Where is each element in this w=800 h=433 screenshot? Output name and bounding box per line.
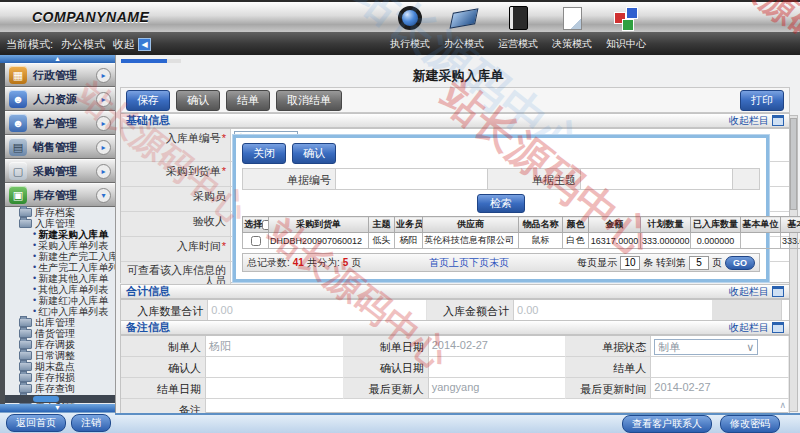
confirm-button[interactable]: 确认 bbox=[176, 90, 220, 111]
collapse-remark-button[interactable]: 收起栏目 bbox=[729, 321, 784, 335]
folder-icon bbox=[19, 329, 32, 338]
bullet-icon: • bbox=[33, 273, 36, 284]
notepad-icon bbox=[563, 7, 582, 30]
home-button[interactable]: 返回首页 bbox=[6, 414, 66, 432]
person-icon: ☻ bbox=[9, 90, 27, 108]
sidebar-item-sales[interactable]: ▤ 销售管理 ▸ bbox=[5, 135, 115, 159]
sidebar-scroll-down[interactable]: ▼ bbox=[0, 404, 115, 412]
tree-item-new-redflush-inbound[interactable]: •新建红冲入库单 bbox=[5, 295, 115, 306]
tab-decision-mode[interactable]: 决策模式 bbox=[545, 37, 599, 51]
section-basic-header: 基础信息 收起栏目 bbox=[120, 113, 790, 128]
tab-office-mode[interactable]: 办公模式 bbox=[437, 37, 491, 51]
dialog-confirm-button[interactable]: 确认 bbox=[292, 143, 336, 164]
confirm-date-value bbox=[429, 357, 567, 378]
operation-mode-button[interactable] bbox=[491, 4, 545, 32]
company-logo: COMPANYNAME bbox=[32, 9, 149, 25]
folder-icon bbox=[19, 373, 32, 382]
doc-status-select[interactable]: 制单∨ bbox=[654, 339, 758, 355]
sidebar-hscrollbar[interactable] bbox=[5, 395, 115, 403]
knowledge-center-button[interactable] bbox=[599, 4, 653, 32]
goto-page-input[interactable] bbox=[689, 256, 709, 270]
bottom-bar: 查看客户联系人 修改密码 bbox=[115, 413, 800, 433]
next-page-link[interactable]: 下页 bbox=[469, 257, 489, 268]
dialog-close-button[interactable]: 关闭 bbox=[242, 143, 286, 164]
toolbar: 保存 确认 结单 取消结单 打印 bbox=[120, 87, 790, 113]
chevron-right-icon: ▸ bbox=[96, 68, 111, 83]
current-mode-label: 当前模式: bbox=[6, 37, 53, 52]
change-password-button[interactable]: 修改密码 bbox=[720, 415, 780, 433]
folder-icon bbox=[19, 351, 32, 360]
doc-subject-input[interactable] bbox=[581, 169, 732, 189]
print-button[interactable]: 打印 bbox=[740, 90, 784, 111]
collapse-box-icon bbox=[772, 115, 784, 126]
sidebar-item-customer[interactable]: ☻ 客户管理 ▸ bbox=[5, 111, 115, 135]
execute-mode-button[interactable] bbox=[383, 4, 437, 32]
scrollbar-thumb[interactable] bbox=[790, 118, 797, 210]
chevron-right-icon: ▸ bbox=[96, 164, 111, 179]
finisher-value bbox=[651, 357, 789, 378]
bullet-icon: • bbox=[33, 240, 36, 251]
sidebar-item-hr[interactable]: ☻ 人力资源 ▸ bbox=[5, 87, 115, 111]
finish-button[interactable]: 结单 bbox=[226, 90, 270, 111]
office-mode-button[interactable] bbox=[437, 4, 491, 32]
go-button[interactable]: GO bbox=[725, 256, 755, 270]
scroll-up-icon[interactable]: ∧ bbox=[779, 400, 786, 410]
collapse-sidebar-button[interactable]: 收起 ◀ bbox=[113, 37, 151, 52]
arrival-order-table: 选择 采购到货单 主题 业务员 供应商 物品名称 颜色 金额 计划数量 已入库数… bbox=[242, 216, 800, 249]
collapse-box-icon bbox=[772, 322, 784, 333]
tab-operation-mode[interactable]: 运营模式 bbox=[491, 37, 545, 51]
total-qty-value[interactable]: 0.00 bbox=[208, 300, 426, 320]
tree-item-purchase-inbound-list[interactable]: •采购入库单列表 bbox=[5, 240, 115, 251]
tab-execute-mode[interactable]: 执行模式 bbox=[383, 37, 437, 51]
per-page-input[interactable] bbox=[620, 256, 640, 270]
update-time-value: 2014-02-27 bbox=[651, 378, 789, 399]
tree-item-production-inbound-list[interactable]: •生产完工入库单列表 bbox=[5, 262, 115, 273]
select-chevron-icon: ∨ bbox=[746, 341, 754, 354]
clock-icon bbox=[398, 6, 422, 30]
sidebar-tree: 库存档案 入库管理 •新建采购入库单 •采购入库单列表 •新建生产完工入库单 •… bbox=[5, 207, 115, 405]
prev-page-link[interactable]: 上页 bbox=[449, 257, 469, 268]
logout-button[interactable]: 注销 bbox=[71, 414, 111, 432]
bullet-icon: • bbox=[33, 251, 36, 262]
decision-mode-button[interactable] bbox=[545, 4, 599, 32]
scrollbar-thumb[interactable] bbox=[33, 396, 59, 402]
sidebar-item-purchase[interactable]: ▢ 采购管理 ▸ bbox=[5, 159, 115, 183]
save-button[interactable]: 保存 bbox=[126, 90, 170, 111]
tree-item-inbound-mgmt[interactable]: 入库管理 bbox=[5, 218, 115, 229]
tree-item-other-inbound-list[interactable]: •其他入库单列表 bbox=[5, 284, 115, 295]
last-page-link[interactable]: 末页 bbox=[489, 257, 509, 268]
note-textarea[interactable]: ∧ bbox=[206, 399, 789, 414]
tree-item-new-production-inbound[interactable]: •新建生产完工入库单 bbox=[5, 251, 115, 262]
sidebar-item-admin[interactable]: ▦ 行政管理 ▸ bbox=[5, 63, 115, 87]
mode-icon-row bbox=[383, 4, 653, 32]
sidebar-item-inventory[interactable]: ▣ 库存管理 ▾ bbox=[5, 183, 115, 207]
search-button[interactable]: 检索 bbox=[477, 194, 525, 213]
table-row[interactable]: DHDBH200907060012 低头 杨阳 英伦科技信息有限公司 鼠标 白色… bbox=[243, 233, 800, 249]
first-page-link[interactable]: 首页 bbox=[429, 257, 449, 268]
arrival-order-picker-dialog: 关闭 确认 单据编号 单据主题 检索 选择 采购到货单 主题 业务员 供应商 物… bbox=[233, 135, 769, 282]
tab-knowledge-center[interactable]: 知识中心 bbox=[599, 37, 653, 51]
folder-icon bbox=[19, 208, 32, 217]
view-contacts-button[interactable]: 查看客户联系人 bbox=[622, 415, 712, 433]
totals-row: 入库数量合计 0.00 入库金额合计 0.00 bbox=[120, 299, 790, 321]
app-header: COMPANYNAME bbox=[0, 0, 800, 32]
chevron-right-icon: ▸ bbox=[96, 140, 111, 155]
cancel-finish-button[interactable]: 取消结单 bbox=[276, 90, 342, 111]
sidebar-scroll-up[interactable]: ▲ bbox=[0, 55, 115, 63]
updater-value: yangyang bbox=[429, 378, 567, 399]
box-icon: ▦ bbox=[9, 66, 27, 84]
row-checkbox[interactable] bbox=[251, 236, 261, 246]
collapse-basic-button[interactable]: 收起栏目 bbox=[729, 114, 784, 128]
bullet-icon: • bbox=[33, 284, 36, 295]
tree-item-new-purchase-inbound[interactable]: •新建采购入库单 bbox=[5, 229, 115, 240]
section-total-header: 合计信息 收起栏目 bbox=[120, 284, 790, 299]
total-amount-value[interactable]: 0.00 bbox=[514, 300, 712, 320]
collapse-total-button[interactable]: 收起栏目 bbox=[729, 285, 784, 299]
section-remark-header: 备注信息 收起栏目 bbox=[120, 320, 790, 335]
doc-no-input[interactable] bbox=[336, 169, 487, 189]
cube-icon: ▣ bbox=[9, 186, 27, 204]
select-all-checkbox[interactable] bbox=[262, 220, 269, 230]
table-header-row: 选择 采购到货单 主题 业务员 供应商 物品名称 颜色 金额 计划数量 已入库数… bbox=[243, 217, 800, 233]
main-vscrollbar[interactable] bbox=[789, 115, 798, 412]
tree-item-new-other-inbound[interactable]: •新建其他入库单 bbox=[5, 273, 115, 284]
